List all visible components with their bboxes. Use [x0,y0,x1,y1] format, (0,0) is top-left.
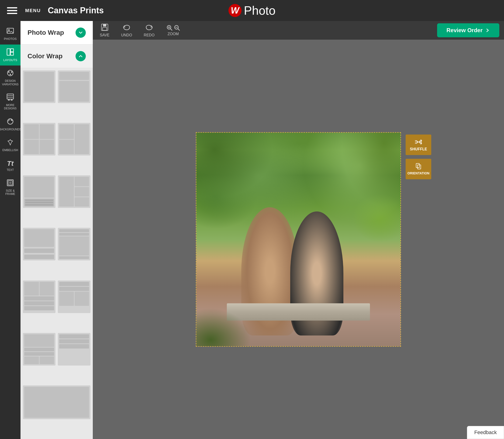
sidebar-embellish-label: EMBELLISH [2,148,18,152]
app-title: Canvas Prints [48,6,104,15]
redo-label: REDO [144,33,155,37]
svg-rect-19 [103,24,106,26]
layout-item[interactable] [58,280,90,313]
menu-button[interactable] [7,7,17,14]
photo-wrap-option[interactable]: Photo Wrap [21,21,93,45]
svg-rect-10 [8,99,10,100]
sidebar-item-text[interactable]: Tt TEXT [0,156,21,175]
logo-letter: W [231,6,239,16]
embellish-icon [7,138,14,147]
svg-rect-4 [11,52,13,55]
sidebar-item-backgrounds[interactable]: BACKGROUNDS [0,114,21,135]
canvas-area: SHUFFLE ORIENTATION [93,40,504,439]
sidebar-item-layouts[interactable]: LAYOUTS [0,45,21,66]
layout-item[interactable] [58,333,90,366]
redo-tool[interactable]: REDO [144,23,155,37]
sidebar-design-label: DESIGNVARIATIONS [2,79,19,86]
svg-point-14 [11,119,12,121]
photo-wrap-chevron[interactable] [75,27,86,38]
redo-icon [145,23,153,32]
layout-item[interactable] [58,70,90,103]
sidebar-photos-label: PHOTOS [4,37,17,41]
text-icon: Tt [7,159,13,167]
svg-rect-3 [11,49,13,52]
header: MENU Canvas Prints W Photo [0,0,504,21]
save-icon [101,23,109,32]
svg-rect-2 [7,49,10,55]
sidebar-backgrounds-label: BACKGROUNDS [0,128,21,131]
sidebar-item-size-frame[interactable]: SIZE &FRAME [0,175,21,200]
layout-item[interactable] [58,228,90,260]
review-order-label: Review Order [446,27,482,34]
layout-panel: Photo Wrap Color Wrap [21,21,93,439]
svg-rect-11 [11,99,12,100]
photos-icon [7,27,14,36]
undo-tool[interactable]: UNDO [121,23,132,37]
feedback-label: Feedback [474,429,497,435]
layout-item[interactable] [23,228,56,260]
layout-item[interactable] [23,280,56,313]
undo-icon [123,23,131,32]
save-tool[interactable]: SAVE [100,23,109,37]
save-label: SAVE [100,33,109,37]
shuffle-icon [415,138,422,146]
layout-item[interactable] [23,175,56,208]
color-wrap-option[interactable]: Color Wrap [21,45,93,68]
photo-wrap-label: Photo Wrap [27,29,64,36]
svg-point-7 [11,71,12,73]
top-bar: SAVE UNDO [93,21,504,40]
sidebar-layouts-label: LAYOUTS [3,58,17,62]
sidebar-item-more-designs[interactable]: MOREDESIGNS [0,90,21,114]
svg-point-8 [10,74,11,75]
layout-grid [21,68,93,439]
svg-point-6 [8,71,10,73]
layouts-icon [7,48,14,57]
logo-text: Photo [244,3,276,17]
layout-item[interactable] [23,333,56,366]
zoom-label: ZOOM [168,32,179,36]
svg-rect-9 [7,94,13,99]
svg-rect-20 [103,27,107,30]
logo: W Photo [228,3,276,17]
sidebar-item-design[interactable]: DESIGNVARIATIONS [0,65,21,90]
zoom-tool[interactable]: ZOOM [166,24,180,36]
svg-line-26 [178,29,180,30]
design-icon [7,69,14,78]
logo-w: W [228,4,241,17]
layout-item[interactable] [58,123,90,156]
canvas-frame[interactable] [196,132,401,347]
layout-item[interactable] [23,70,56,103]
zoom-icon [166,24,180,31]
more-designs-icon [7,94,14,103]
color-wrap-label: Color Wrap [27,52,62,60]
canvas-image [196,133,400,346]
undo-label: UNDO [121,33,132,37]
shuffle-button[interactable]: SHUFFLE [406,134,431,155]
sidebar: PHOTOS LAYOUTS [0,21,21,439]
feedback-button[interactable]: Feedback [467,426,504,439]
shuffle-label: SHUFFLE [410,147,427,151]
sidebar-size-frame-label: SIZE &FRAME [5,189,15,196]
orientation-label: ORIENTATION [408,171,429,175]
sidebar-text-label: TEXT [7,168,14,171]
sidebar-item-embellish[interactable]: EMBELLISH [0,135,21,156]
menu-label: MENU [25,8,41,13]
svg-line-22 [170,29,172,30]
layout-item[interactable] [23,123,56,156]
layout-item[interactable] [58,175,90,208]
review-order-button[interactable]: Review Order [437,23,499,37]
backgrounds-icon [7,118,14,127]
size-frame-icon [7,179,14,188]
sidebar-item-photos[interactable]: PHOTOS [0,23,21,45]
color-wrap-chevron[interactable] [75,51,86,61]
orientation-icon [415,162,422,170]
layout-item[interactable] [23,385,90,419]
orientation-button[interactable]: ORIENTATION [406,159,431,179]
svg-rect-17 [9,182,12,184]
sidebar-more-designs-label: MOREDESIGNS [4,104,17,110]
